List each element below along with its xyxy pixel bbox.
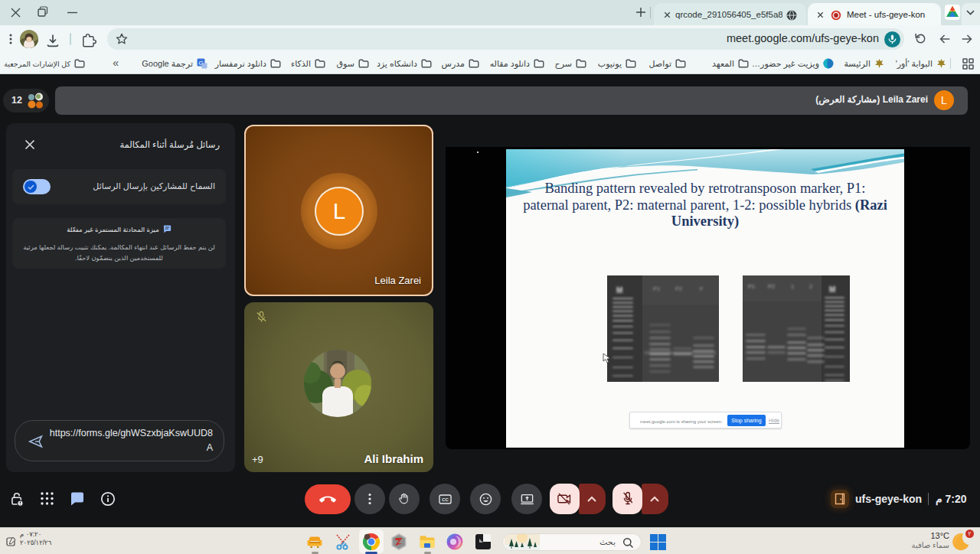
svg-text:F: F bbox=[700, 285, 704, 292]
svg-text:P1: P1 bbox=[748, 283, 755, 290]
svg-text:CC: CC bbox=[442, 497, 449, 502]
svg-text:M: M bbox=[616, 286, 622, 295]
svg-text:P2: P2 bbox=[675, 285, 682, 292]
svg-text:M: M bbox=[829, 285, 835, 294]
svg-text:P1: P1 bbox=[653, 285, 660, 292]
svg-text:2: 2 bbox=[809, 283, 812, 290]
svg-text:1: 1 bbox=[791, 283, 794, 290]
svg-text:P2: P2 bbox=[768, 283, 775, 290]
